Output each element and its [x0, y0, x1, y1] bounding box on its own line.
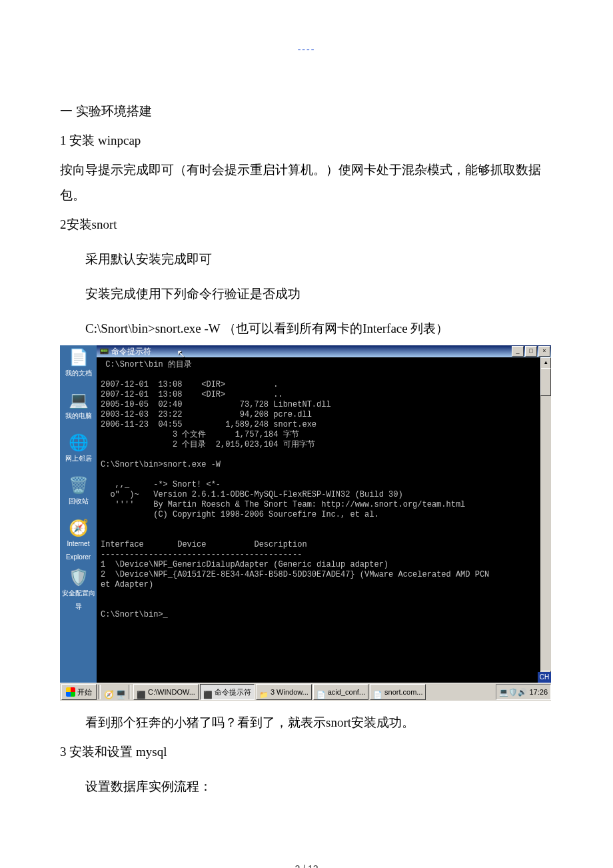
window-titlebar[interactable]: 📟 命令提示符 ↖ _ □ × [97, 345, 551, 357]
scrollbar[interactable]: ▴ ▾ [540, 357, 551, 683]
desktop-icon[interactable]: 🗑️回收站 [60, 477, 97, 508]
start-button[interactable]: 开始 [61, 684, 97, 700]
header-dashes: ---- [60, 40, 553, 59]
taskbar: 开始 🧭 🖥️ ⬛C:\WINDOW...⬛命令提示符📁3 Window...📄… [60, 683, 551, 701]
start-label: 开始 [77, 685, 92, 699]
terminal-body[interactable]: C:\Snort\bin 的目录 2007-12-01 13:08 <DIR> … [97, 357, 551, 669]
taskbar-task[interactable]: 📁3 Window... [256, 684, 312, 700]
desktop-icon-glyph: 💻 [60, 392, 97, 408]
section-3-title: 3 安装和设置 mysql [60, 739, 553, 765]
minimize-button[interactable]: _ [512, 346, 524, 357]
quick-launch: 🧭 🖥️ [102, 687, 127, 697]
windows-logo-icon [66, 687, 75, 697]
task-label: 3 Window... [271, 685, 308, 699]
tray-icon[interactable]: 🔊 [518, 688, 527, 696]
close-button[interactable]: × [538, 346, 550, 357]
after-screenshot-text: 看到那个狂奔的小猪了吗？看到了，就表示snort安装成功。 [60, 710, 553, 735]
embedded-screenshot: 📄我的文档💻我的电脑🌐网上邻居🗑️回收站🧭Internet Explorer🛡️… [60, 345, 551, 701]
section-2-title: 2安装snort [60, 212, 553, 237]
desktop-icon-label: 我的电脑 [65, 412, 92, 419]
command-prompt-window: 📟 命令提示符 ↖ _ □ × C:\Snort\bin 的目录 2007-12… [97, 345, 551, 683]
system-tray: 💻🛡️🔊 17:26 [496, 684, 551, 700]
maximize-button[interactable]: □ [525, 346, 537, 357]
desktop-icon[interactable]: 🧭Internet Explorer [60, 520, 97, 564]
desktop-icon-glyph: 🌐 [60, 435, 97, 451]
desktop-icon-label: 我的文档 [65, 369, 92, 377]
task-icon: 📄 [316, 687, 326, 697]
task-icon: ⬛ [203, 687, 213, 697]
heading-1: 一 实验环境搭建 [60, 99, 553, 124]
task-icon: 📄 [373, 687, 382, 697]
page-number: 2 / 12 [60, 859, 553, 868]
desktop-icon-label: 网上邻居 [65, 455, 92, 462]
desktop-icon-label: 安全配置向导 [62, 589, 95, 610]
desktop-icon-glyph: 📄 [60, 349, 97, 365]
task-icon: ⬛ [137, 687, 146, 697]
desktop-icon-glyph: 🛡️ [60, 569, 97, 585]
clock: 17:26 [529, 685, 548, 699]
scroll-thumb[interactable] [540, 368, 551, 396]
tray-icon[interactable]: 🛡️ [508, 688, 518, 696]
section-2-line-2: 安装完成使用下列命令行验证是否成功 [60, 281, 553, 307]
desktop-icon[interactable]: 💻我的电脑 [60, 392, 97, 423]
taskbar-task[interactable]: ⬛命令提示符 [200, 684, 255, 700]
desktop-icon[interactable]: 🌐网上邻居 [60, 435, 97, 465]
tray-icon[interactable]: 💻 [499, 688, 508, 696]
taskbar-task[interactable]: 📄snort.com... [370, 684, 426, 700]
section-1-title: 1 安装 winpcap [60, 128, 553, 153]
desktop-icon[interactable]: 🖥️ [115, 687, 126, 697]
cmd-icon: 📟 命令提示符 [99, 345, 151, 357]
section-2-line-3: C:\Snort\bin>snort.exe -W （也可以看到所有网卡的Int… [60, 316, 553, 341]
section-3-line-1: 设置数据库实例流程： [60, 774, 553, 799]
task-icon: 📁 [259, 687, 269, 697]
task-label: acid_conf... [328, 685, 365, 699]
taskbar-task[interactable]: ⬛C:\WINDOW... [133, 684, 199, 700]
desktop-icon-label: Internet Explorer [66, 540, 91, 561]
window-title: 命令提示符 [111, 347, 151, 356]
taskbar-separator [129, 685, 131, 699]
desktop-icon[interactable]: 🛡️安全配置向导 [60, 569, 97, 613]
ime-indicator[interactable]: CH [538, 672, 551, 683]
desktop-icon-glyph: 🧭 [60, 520, 97, 536]
section-2-line-1: 采用默认安装完成即可 [60, 247, 553, 272]
desktop-icon-label: 回收站 [69, 497, 89, 505]
section-1-body: 按向导提示完成即可（有时会提示重启计算机。）使网卡处于混杂模式，能够抓取数据包。 [60, 157, 553, 208]
desktop-icon-glyph: 🗑️ [60, 477, 97, 493]
task-label: 命令提示符 [215, 685, 251, 699]
desktop-area: 📄我的文档💻我的电脑🌐网上邻居🗑️回收站🧭Internet Explorer🛡️… [60, 345, 97, 683]
ie-icon[interactable]: 🧭 [103, 687, 114, 697]
taskbar-task[interactable]: 📄acid_conf... [313, 684, 368, 700]
taskbar-separator [98, 685, 101, 699]
task-label: C:\WINDOW... [148, 685, 195, 699]
task-label: snort.com... [384, 685, 422, 699]
desktop-icon[interactable]: 📄我的文档 [60, 349, 97, 380]
